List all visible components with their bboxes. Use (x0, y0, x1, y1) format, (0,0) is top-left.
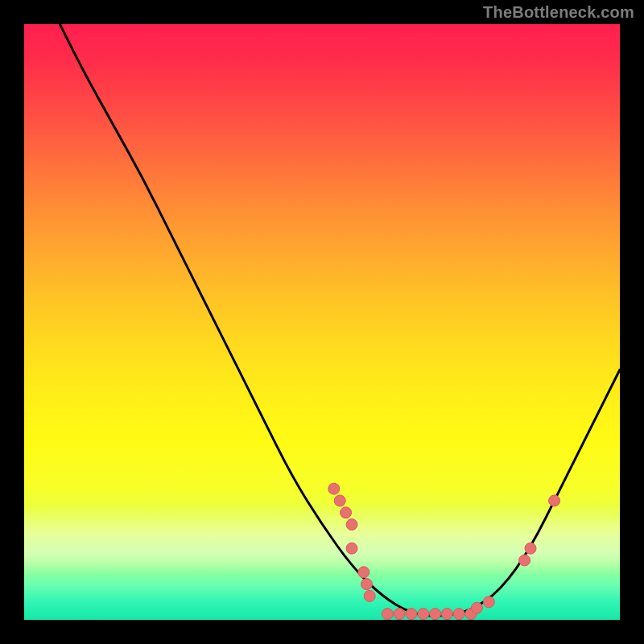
data-marker (361, 579, 373, 590)
data-marker (328, 483, 340, 494)
data-marker (334, 495, 345, 506)
data-marker (358, 567, 369, 578)
bottleneck-curve (60, 24, 620, 616)
data-marker (364, 590, 375, 601)
data-marker (483, 597, 494, 608)
chart-frame: TheBottleneck.com (0, 0, 644, 644)
data-marker (525, 543, 536, 554)
data-marker (346, 519, 357, 530)
data-marker (430, 609, 441, 620)
data-marker (406, 609, 417, 620)
data-marker (453, 609, 464, 620)
data-marker (471, 602, 482, 613)
curve-markers (328, 483, 560, 619)
data-marker (346, 543, 357, 554)
curve-layer (24, 24, 620, 620)
attribution-text: TheBottleneck.com (483, 3, 634, 22)
data-marker (519, 555, 530, 566)
data-marker (382, 609, 393, 620)
data-marker (549, 495, 560, 506)
data-marker (341, 507, 352, 518)
data-marker (418, 609, 429, 620)
data-marker (441, 609, 452, 620)
plot-area (24, 24, 620, 620)
data-marker (394, 609, 405, 620)
